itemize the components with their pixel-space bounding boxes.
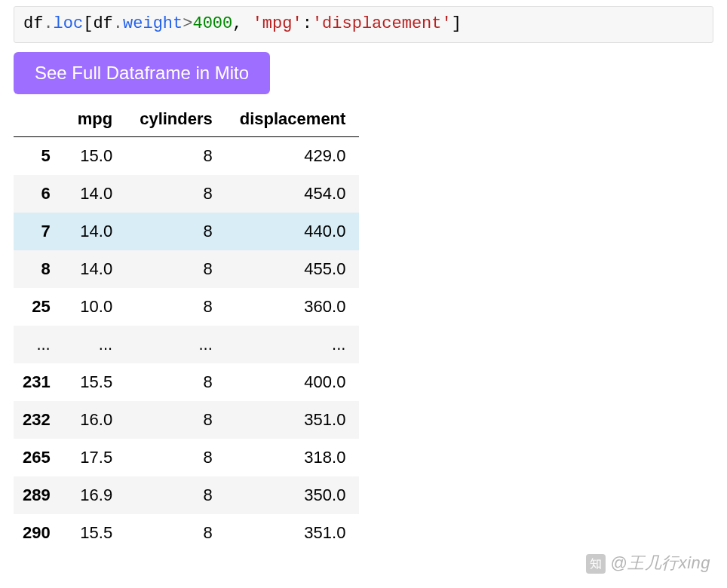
table-row: 29015.58351.0 [14,514,359,552]
table-row: 515.08429.0 [14,136,359,175]
table-cell: 351.0 [226,514,360,552]
table-cell: 318.0 [226,439,360,476]
row-index: 25 [14,288,64,326]
table-cell: 8 [126,288,226,326]
table-cell: 14.0 [64,213,126,250]
table-cell: 8 [126,175,226,213]
code-input-cell[interactable]: df.loc[df.weight>4000, 'mpg':'displaceme… [14,6,713,43]
row-index: 8 [14,250,64,288]
table-cell: 8 [126,439,226,476]
table-cell: 8 [126,250,226,288]
index-header [14,102,64,137]
code-token: 4000 [192,14,232,33]
code-token: [ [83,14,93,33]
table-cell: 15.5 [64,363,126,401]
table-cell: 8 [126,213,226,250]
column-header: cylinders [126,102,226,137]
table-header-row: mpgcylindersdisplacement [14,102,359,137]
table-cell: 16.0 [64,401,126,439]
table-cell: 429.0 [226,136,360,175]
table-cell: 10.0 [64,288,126,326]
output-area: See Full Dataframe in Mito mpgcylindersd… [14,52,713,552]
row-index: 265 [14,439,64,476]
table-cell: ... [226,326,360,363]
code-token: > [183,14,192,33]
table-cell: 14.0 [64,250,126,288]
row-index: 232 [14,401,64,439]
table-cell: 8 [126,401,226,439]
code-token: 'mpg' [253,14,302,33]
table-cell: 15.0 [64,136,126,175]
table-cell: 440.0 [226,213,360,250]
table-row: 26517.58318.0 [14,439,359,476]
table-row: 23115.58400.0 [14,363,359,401]
row-index: 7 [14,213,64,250]
table-cell: ... [126,326,226,363]
code-token: weight [123,14,183,33]
row-index: 290 [14,514,64,552]
row-index: 5 [14,136,64,175]
table-cell: 15.5 [64,514,126,552]
code-token: loc [54,14,84,33]
row-index: 231 [14,363,64,401]
row-index: ... [14,326,64,363]
dataframe-table: mpgcylindersdisplacement 515.08429.0614.… [14,102,359,552]
table-cell: 360.0 [226,288,360,326]
code-token: df [23,14,43,33]
table-cell: 351.0 [226,401,360,439]
row-index: 289 [14,476,64,514]
table-row: 28916.98350.0 [14,476,359,514]
table-cell: 454.0 [226,175,360,213]
table-cell: 17.5 [64,439,126,476]
table-row: ............ [14,326,359,363]
table-row: 614.08454.0 [14,175,359,213]
code-token: 'displacement' [312,14,452,33]
table-cell: 8 [126,476,226,514]
code-token: . [113,14,123,33]
table-row: 2510.08360.0 [14,288,359,326]
code-token: : [302,14,312,33]
table-row: 714.08440.0 [14,213,359,250]
table-cell: 16.9 [64,476,126,514]
code-token: . [43,14,53,33]
table-row: 814.08455.0 [14,250,359,288]
table-cell: 350.0 [226,476,360,514]
table-cell: 455.0 [226,250,360,288]
code-token: df [93,14,112,33]
column-header: displacement [226,102,360,137]
column-header: mpg [64,102,126,137]
row-index: 6 [14,175,64,213]
table-cell: 8 [126,514,226,552]
mito-open-button[interactable]: See Full Dataframe in Mito [14,52,270,94]
table-cell: 8 [126,363,226,401]
table-cell: 14.0 [64,175,126,213]
table-cell: ... [64,326,126,363]
table-cell: 8 [126,136,226,175]
table-cell: 400.0 [226,363,360,401]
code-token: , [232,14,252,33]
code-token: ] [452,14,462,33]
table-row: 23216.08351.0 [14,401,359,439]
